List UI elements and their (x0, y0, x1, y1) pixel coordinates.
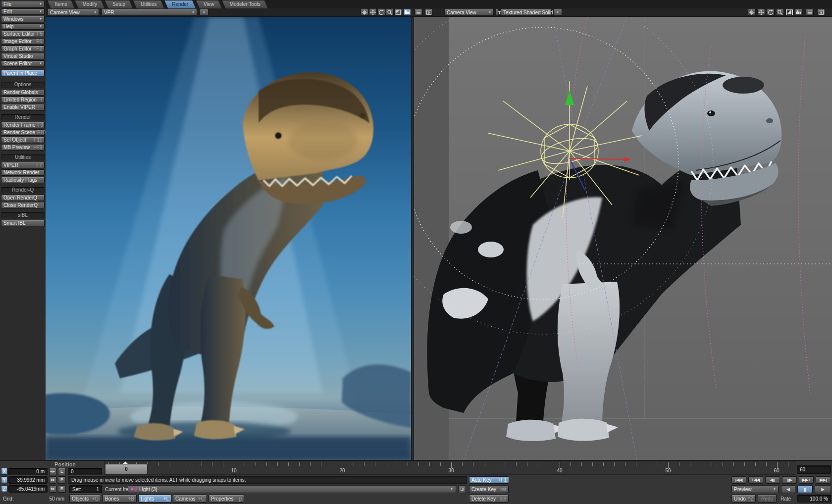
left-move-button[interactable] (369, 9, 377, 16)
play-reverse-button[interactable]: ◀ (781, 485, 795, 493)
parent-in-place-button[interactable]: Parent in Place (1, 70, 45, 76)
menu-edit[interactable]: Edit▼ (1, 8, 45, 15)
sidebar-item-sel-object[interactable]: Sel ObjectF11 (1, 137, 45, 143)
vpr-viewport[interactable] (46, 17, 411, 460)
item-list-button[interactable] (458, 485, 466, 493)
current-frame-field[interactable]: 0 (68, 468, 102, 475)
left-render-mode-dropdown[interactable]: VPR▼ (102, 9, 197, 16)
z-axis-button[interactable]: Z (1, 485, 7, 492)
tab-view[interactable]: View (196, 0, 222, 8)
x-axis-button[interactable]: X (1, 468, 7, 475)
label: Cameras (175, 496, 196, 502)
left-view-type-dropdown[interactable]: Camera View▼ (48, 9, 99, 16)
undo-button[interactable]: Undo^Z (731, 495, 756, 503)
objects-button[interactable]: Objects+O (69, 495, 101, 503)
right-view-type-dropdown[interactable]: Camera View▼ (444, 9, 494, 16)
y-axis-button[interactable]: Y (1, 476, 7, 483)
right-render-mode-dropdown[interactable]: TTextured Shaded Solid (495, 9, 552, 16)
sidebar-item-mb-preview[interactable]: MB Preview+F9 (1, 144, 45, 151)
menu-help[interactable]: Help▼ (1, 23, 45, 30)
sidebar-item-open-renderq[interactable]: Open RenderQ (1, 195, 45, 201)
sidebar-item-surface-editor[interactable]: Surface EditorF5 (1, 31, 45, 37)
auto-key-button[interactable]: Auto Key+F1 (469, 476, 509, 484)
play-forward-button[interactable]: ▶ (815, 485, 831, 493)
create-key-button[interactable]: Create Keyret (469, 485, 509, 493)
sidebar-item-smart-ibl[interactable]: Smart IBL (1, 220, 45, 226)
right-viewport-options-dropdown[interactable]: ▼ (553, 9, 562, 16)
properties-button[interactable]: Propertiesp (208, 495, 244, 503)
left-maximize-button[interactable] (394, 9, 402, 16)
menu-windows[interactable]: Windows▼ (1, 16, 45, 22)
y-stepper[interactable]: ◀▶ (49, 476, 56, 484)
right-film-button[interactable] (817, 9, 825, 16)
sidebar-item-network-render[interactable]: Network Render (1, 169, 45, 176)
pause-button[interactable]: || (797, 485, 813, 493)
sidebar-item-close-renderq[interactable]: Close RenderQ (1, 202, 45, 208)
sidebar-item-virtual-studio[interactable]: Virtual Studio (1, 53, 45, 59)
sidebar-item-scene-editor[interactable]: Scene Editor▼ (1, 60, 45, 67)
tab-setup[interactable]: Setup (105, 0, 133, 8)
previous-frame-button[interactable]: ◀|| (765, 476, 780, 484)
z-envelope-button[interactable]: E (58, 485, 66, 493)
sidebar-item-limited-region[interactable]: Limited Regionl (1, 97, 45, 103)
sidebar-item-image-editor[interactable]: Image EditorF6 (1, 38, 45, 45)
grid-label: Grid: (3, 496, 14, 502)
preview-dropdown[interactable]: Preview▼ (731, 485, 779, 493)
left-camera-button[interactable] (403, 9, 411, 16)
next-keyframe-button[interactable]: ▶▶+ (799, 476, 814, 484)
go-to-last-frame-button[interactable]: ▶▶| (816, 476, 831, 484)
left-pan-button[interactable] (361, 9, 368, 16)
x-envelope-button[interactable]: E (58, 468, 66, 475)
right-move-button[interactable] (757, 9, 765, 16)
sidebar-item-render-globals[interactable]: Render Globals (1, 89, 45, 96)
y-envelope-button[interactable]: E (58, 476, 66, 484)
label: Sel Object (3, 137, 26, 143)
pan-icon (362, 9, 367, 15)
tab-modify[interactable]: Modify (75, 0, 104, 8)
shaded-viewport[interactable] (414, 17, 832, 460)
next-frame-button[interactable]: ||▶ (782, 476, 797, 484)
right-maximize-button[interactable] (785, 9, 793, 16)
rate-field[interactable]: 100.0 % (797, 495, 831, 503)
sidebar-item-render-frame[interactable]: Render FrameF9 (1, 122, 45, 128)
left-rotate-button[interactable] (377, 9, 385, 16)
camera-icon (796, 9, 802, 15)
cameras-button[interactable]: Cameras+C (173, 495, 207, 503)
delete-key-button[interactable]: Delete Keydel (469, 495, 509, 503)
left-film-button[interactable] (425, 9, 433, 16)
sidebar-item-enable-viper[interactable]: Enable VIPER (1, 104, 45, 110)
sidebar-item-render-scene[interactable]: Render SceneF10 (1, 129, 45, 136)
redo-button[interactable]: Redo (758, 495, 777, 503)
lights-button[interactable]: Lights+L (138, 495, 171, 503)
frame-slider-handle[interactable]: 0 (105, 464, 148, 474)
right-zoom-button[interactable] (776, 9, 784, 16)
section-header-render: Render (1, 114, 45, 120)
left-zoom-button[interactable] (386, 9, 394, 16)
previous-keyframe-button[interactable]: +◀◀ (748, 476, 763, 484)
label: Radiosity Flags (3, 177, 37, 183)
z-stepper[interactable]: ◀▶ (49, 485, 56, 493)
left-menu-button[interactable] (415, 9, 422, 16)
right-rotate-button[interactable] (767, 9, 775, 16)
right-camera-button[interactable] (795, 9, 803, 16)
tab-render[interactable]: Render (164, 0, 196, 8)
tab-utilities[interactable]: Utilities (133, 0, 164, 8)
x-position-field[interactable]: 0 m (8, 468, 48, 475)
y-position-field[interactable]: 39.9992 mm (8, 476, 48, 484)
go-to-first-frame-button[interactable]: |◀◀ (731, 476, 746, 484)
z-position-field[interactable]: -65.0419mm (8, 485, 48, 493)
sidebar-item-viper[interactable]: VIPERF7 (1, 162, 45, 168)
bones-button[interactable]: Bones+B (103, 495, 137, 503)
timeline-ruler[interactable]: 10 20 30 40 50 60 0 (104, 461, 795, 475)
tab-modeler-tools[interactable]: Modeler Tools (222, 0, 268, 8)
sidebar-item-radiosity-flags[interactable]: Radiosity Flags (1, 177, 45, 183)
tab-items[interactable]: Items (48, 0, 74, 8)
x-stepper[interactable]: ◀▶ (49, 468, 56, 475)
menu-file[interactable]: File▼ (1, 1, 45, 7)
last-frame-field[interactable]: 60 (797, 465, 831, 474)
right-menu-button[interactable] (806, 9, 814, 16)
left-viewport-options-dropdown[interactable]: ▼ (200, 9, 208, 16)
current-item-dropdown[interactable]: Light (3) ▼ (128, 485, 456, 493)
sidebar-item-graph-editor[interactable]: Graph Editor^F2 (1, 46, 45, 52)
right-pan-button[interactable] (748, 9, 756, 16)
